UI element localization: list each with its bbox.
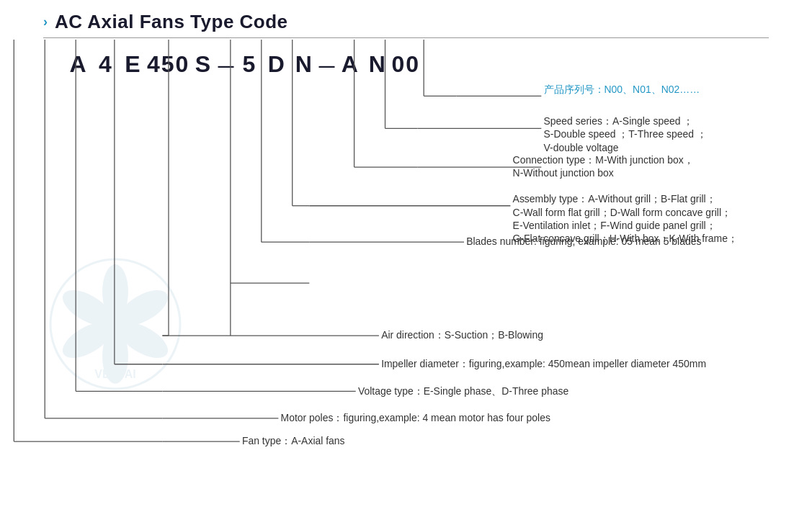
page-container: › AC Axial Fans Type Code A 4 E 450 S — … <box>0 0 812 512</box>
svg-text:Blades number: figuring, examp: Blades number: figuring, example: 05 mea… <box>466 235 701 247</box>
diagram-svg: .diagram-line { stroke: #555; stroke-wid… <box>0 0 812 512</box>
svg-text:Assembly type：A-Without grill；: Assembly type：A-Without grill；B-Flat gri… <box>513 193 716 205</box>
svg-text:Motor poles：figuring,example: : Motor poles：figuring,example: 4 mean mot… <box>281 412 550 423</box>
svg-text:C-Wall form flat grill；D-Wall : C-Wall form flat grill；D-Wall form conca… <box>513 207 731 218</box>
svg-text:Voltage type：E-Single phase、D-: Voltage type：E-Single phase、D-Three phas… <box>358 385 568 397</box>
svg-text:Speed series：A-Single speed ；: Speed series：A-Single speed ； <box>544 115 694 127</box>
svg-text:E-Ventilation inlet；F-Wind gui: E-Ventilation inlet；F-Wind guide panel g… <box>513 220 716 231</box>
svg-text:产品序列号：N00、N01、N02……: 产品序列号：N00、N01、N02…… <box>544 84 700 95</box>
svg-text:S-Double speed ；T-Three speed : S-Double speed ；T-Three speed ； <box>544 128 707 140</box>
svg-text:Fan type：A-Axial fans: Fan type：A-Axial fans <box>242 435 345 446</box>
svg-text:N-Without junction box: N-Without junction box <box>513 167 614 179</box>
svg-text:Connection type：M-With junctio: Connection type：M-With junction box， <box>513 154 694 166</box>
svg-text:Air direction：S-Suction；B-Blow: Air direction：S-Suction；B-Blowing <box>381 329 543 341</box>
svg-text:Impeller diameter：figuring,exa: Impeller diameter：figuring,example: 450m… <box>381 358 706 369</box>
svg-text:V-double voltage: V-double voltage <box>544 142 619 153</box>
